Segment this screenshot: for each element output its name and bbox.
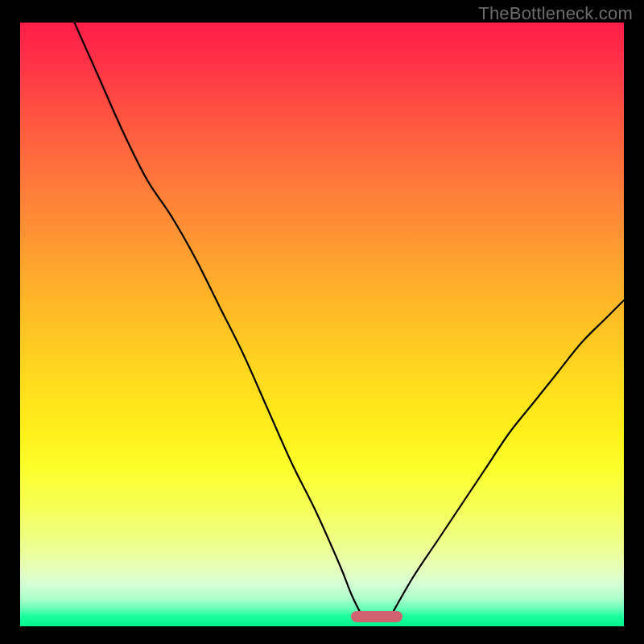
curve-left-branch	[75, 23, 365, 621]
chart-frame: TheBottleneck.com	[0, 0, 644, 644]
bottleneck-curve	[20, 23, 624, 626]
optimal-marker	[351, 611, 402, 622]
curve-right-branch	[389, 300, 625, 621]
watermark-text: TheBottleneck.com	[478, 3, 633, 24]
plot-area	[20, 23, 624, 626]
